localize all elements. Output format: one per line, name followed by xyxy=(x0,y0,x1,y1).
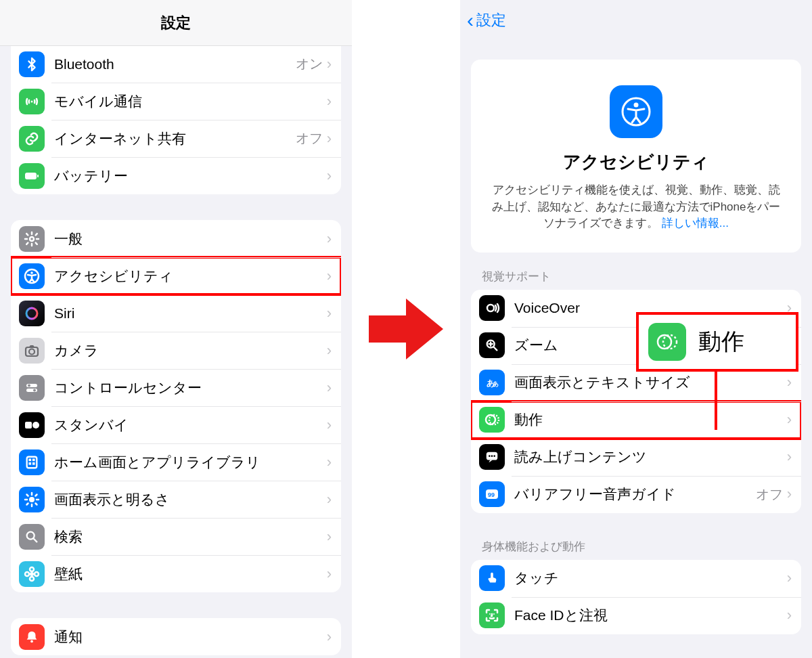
settings-group-motor: タッチ›Face IDと注視› xyxy=(471,560,801,634)
back-button[interactable]: ‹ 設定 xyxy=(467,10,506,30)
chevron-right-icon: › xyxy=(327,379,332,397)
settings-row-textsize[interactable]: ああ画面表示とテキストサイズ› xyxy=(471,364,801,401)
section-header-motor: 身体機能および動作 xyxy=(482,539,790,554)
settings-row-bluetooth[interactable]: Bluetoothオン› xyxy=(11,46,341,83)
wallpaper-icon xyxy=(19,561,45,587)
row-value: オフ xyxy=(756,485,783,504)
brightness-icon xyxy=(19,487,45,512)
settings-row-touch[interactable]: タッチ› xyxy=(471,560,801,597)
nav-bar: ‹ 設定 xyxy=(460,0,812,41)
accessibility-screen-right: ‹ 設定 アクセシビリティ アクセシビリティ機能を使えば、視覚、動作、聴覚、読み… xyxy=(460,0,812,658)
svg-point-20 xyxy=(29,497,35,502)
svg-point-23 xyxy=(30,567,34,571)
row-label: 検索 xyxy=(54,527,327,546)
settings-row-motion[interactable]: 動作› xyxy=(471,401,801,439)
svg-rect-13 xyxy=(25,422,32,429)
antenna-icon xyxy=(19,89,45,114)
chevron-right-icon: › xyxy=(787,485,792,503)
voiceover-icon xyxy=(479,295,505,321)
settings-row-search[interactable]: 検索› xyxy=(11,518,341,555)
motion-callout-label: 動作 xyxy=(698,326,744,357)
chevron-right-icon: › xyxy=(327,565,332,583)
back-label: 設定 xyxy=(476,10,506,30)
row-value: オフ xyxy=(296,129,323,148)
settings-row-accessibility[interactable]: アクセシビリティ› xyxy=(11,257,341,294)
row-label: スタンバイ xyxy=(54,416,327,435)
svg-rect-2 xyxy=(37,175,39,177)
svg-point-25 xyxy=(25,572,29,576)
settings-row-gear[interactable]: 一般› xyxy=(11,220,341,257)
chevron-right-icon: › xyxy=(327,491,332,508)
settings-row-standby[interactable]: スタンバイ› xyxy=(11,406,341,443)
row-label: アクセシビリティ xyxy=(54,267,327,286)
speech-icon xyxy=(479,444,505,470)
settings-group-general: 一般›アクセシビリティ›Siri›カメラ›コントロールセンター›スタンバイ›ホー… xyxy=(11,220,341,592)
row-label: インターネット共有 xyxy=(54,129,296,148)
svg-rect-15 xyxy=(27,456,37,468)
svg-point-40 xyxy=(493,456,495,458)
hero-title: アクセシビリティ xyxy=(489,150,784,174)
transition-arrow-gap xyxy=(352,0,460,658)
svg-point-43 xyxy=(489,613,491,615)
svg-point-22 xyxy=(30,572,34,576)
row-label: 読み上げコンテンツ xyxy=(514,447,787,466)
svg-point-11 xyxy=(28,384,30,387)
accessibility-icon xyxy=(19,263,45,289)
chevron-right-icon: › xyxy=(327,528,332,546)
row-label: モバイル通信 xyxy=(54,92,327,111)
settings-row-siri[interactable]: Siri› xyxy=(11,294,341,332)
settings-screen-left: 設定 Bluetoothオン›モバイル通信›インターネット共有オフ›バッテリー›… xyxy=(0,0,352,658)
chevron-right-icon: › xyxy=(327,56,332,73)
chevron-right-icon: › xyxy=(787,569,792,587)
settings-row-faceid[interactable]: Face IDと注視› xyxy=(471,597,801,634)
settings-row-home[interactable]: ホーム画面とアプリライブラリ› xyxy=(11,443,341,481)
settings-row-switches[interactable]: コントロールセンター› xyxy=(11,369,341,406)
row-value: オン xyxy=(296,55,323,73)
settings-row-notifications[interactable]: 通知› xyxy=(11,618,341,655)
svg-point-39 xyxy=(491,456,493,458)
row-label: VoiceOver xyxy=(514,300,787,316)
settings-row-battery[interactable]: バッテリー› xyxy=(11,157,341,194)
svg-rect-1 xyxy=(25,173,37,179)
settings-row-audio-desc[interactable]: 99バリアフリー音声ガイドオフ› xyxy=(471,476,801,513)
zoom-icon xyxy=(479,332,505,358)
svg-point-38 xyxy=(489,456,491,458)
switches-icon xyxy=(19,375,45,401)
settings-row-camera[interactable]: カメラ› xyxy=(11,332,341,369)
chevron-right-icon: › xyxy=(327,305,332,322)
svg-point-14 xyxy=(32,422,39,429)
camera-icon xyxy=(19,338,45,364)
svg-point-27 xyxy=(30,640,33,642)
motion-icon xyxy=(648,323,686,361)
row-label: バッテリー xyxy=(54,167,327,185)
chevron-right-icon: › xyxy=(327,93,332,110)
row-label: バリアフリー音声ガイド xyxy=(514,485,756,504)
settings-row-brightness[interactable]: 画面表示と明るさ› xyxy=(11,481,341,518)
textsize-icon: ああ xyxy=(479,370,505,395)
battery-icon xyxy=(19,163,45,189)
chevron-right-icon: › xyxy=(327,130,332,148)
svg-point-29 xyxy=(634,103,639,108)
settings-row-speech[interactable]: 読み上げコンテンツ› xyxy=(471,439,801,476)
svg-rect-19 xyxy=(32,462,35,465)
section-header-vision: 視覚サポート xyxy=(482,269,790,284)
svg-point-12 xyxy=(33,389,36,391)
accessibility-hero-icon xyxy=(610,85,662,138)
chevron-right-icon: › xyxy=(787,411,792,429)
hero-more-link[interactable]: 詳しい情報... xyxy=(662,217,729,229)
bluetooth-icon xyxy=(19,51,45,77)
touch-icon xyxy=(479,565,505,591)
chevron-left-icon: ‹ xyxy=(467,10,474,30)
audio-desc-icon: 99 xyxy=(479,481,505,507)
svg-point-0 xyxy=(31,100,33,102)
search-icon xyxy=(19,524,45,550)
row-label: タッチ xyxy=(514,569,787,588)
standby-icon xyxy=(19,412,45,438)
settings-row-wallpaper[interactable]: 壁紙› xyxy=(11,555,341,592)
settings-row-link[interactable]: インターネット共有オフ› xyxy=(11,120,341,157)
chevron-right-icon: › xyxy=(327,167,332,185)
svg-rect-16 xyxy=(28,458,31,461)
svg-point-44 xyxy=(493,613,495,615)
settings-row-antenna[interactable]: モバイル通信› xyxy=(11,83,341,120)
svg-point-6 xyxy=(26,308,37,319)
